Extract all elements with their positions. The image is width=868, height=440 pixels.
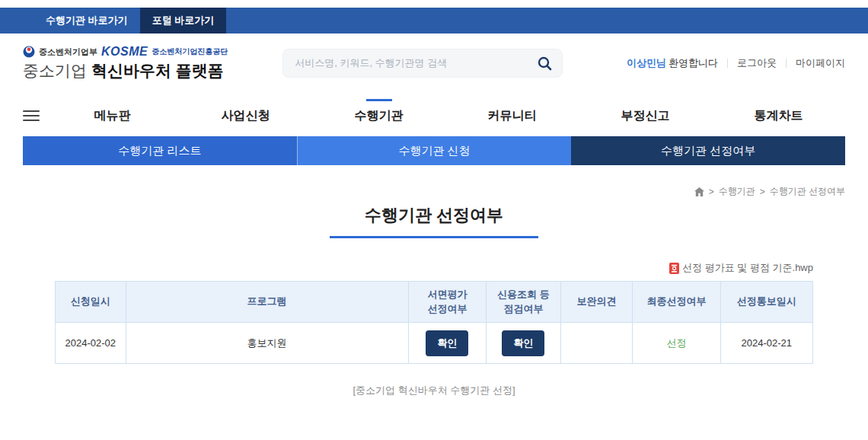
shortcut-portal[interactable]: 포털 바로가기 [140, 8, 227, 33]
nav-item-community[interactable]: 커뮤니티 [445, 108, 579, 124]
divider [727, 59, 728, 68]
cell-notified-at: 2024-02-21 [720, 323, 812, 364]
cell-program: 홍보지원 [126, 323, 408, 364]
search-box [282, 49, 563, 78]
selection-status-table: 신청일시 프로그램 서면평가 선정여부 신용조회 등 점검여부 보완의견 최종선… [55, 281, 813, 364]
col-notified-at: 선정통보일시 [720, 282, 812, 323]
col-program: 프로그램 [126, 282, 408, 323]
attachment-row: 선정 평가표 및 평점 기준.hwp [55, 261, 813, 275]
col-doc-review: 서면평가 선정여부 [408, 282, 486, 323]
page-title: 수행기관 선정여부 [330, 204, 538, 238]
cell-applied-at: 2024-02-02 [56, 323, 126, 364]
breadcrumb-performing-org[interactable]: 수행기관 [719, 185, 755, 198]
search-icon [537, 56, 552, 71]
nav-item-statistics[interactable]: 통계차트 [712, 108, 845, 124]
nav-item-business-apply[interactable]: 사업신청 [179, 108, 312, 124]
sub-nav: 수행기관 리스트 수행기관 신청 수행기관 선정여부 [23, 136, 845, 165]
col-applied-at: 신청일시 [56, 282, 126, 323]
breadcrumb: > 수행기관 > 수행기관 선정여부 [23, 185, 845, 198]
ministry-label: 중소벤처기업부 [39, 48, 97, 56]
table-row: 2024-02-02 홍보지원 확인 확인 선정 2024-02-21 [56, 323, 813, 364]
footer-note: [중소기업 혁신바우처 수행기관 선정] [0, 384, 868, 397]
status-selected-badge: 선정 [666, 337, 686, 349]
logout-link[interactable]: 로그아웃 [737, 56, 777, 70]
search-input[interactable] [293, 56, 537, 69]
title-section: 수행기관 선정여부 [0, 204, 868, 238]
cell-doc-review: 확인 [408, 323, 486, 364]
nav-item-menu-board[interactable]: 메뉴판 [46, 108, 179, 124]
hamburger-menu-icon[interactable] [23, 110, 40, 121]
user-area: 이상민님환영합니다 로그아웃 마이페이지 [627, 56, 845, 70]
kosme-logo-text: KOSME [101, 46, 148, 58]
table-header-row: 신청일시 프로그램 서면평가 선정여부 신용조회 등 점검여부 보완의견 최종선… [56, 282, 813, 323]
col-supplement-opinion: 보완의견 [560, 282, 633, 323]
site-title: 혁신바우처 플랫폼 [91, 62, 224, 79]
cell-credit-check: 확인 [487, 323, 561, 364]
cell-final-selection: 선정 [633, 323, 720, 364]
credit-check-confirm-button[interactable]: 확인 [502, 330, 544, 356]
hwp-file-icon [669, 263, 679, 274]
col-credit-check: 신용조회 등 점검여부 [487, 282, 561, 323]
breadcrumb-current-page: 수행기관 선정여부 [770, 185, 845, 198]
site-title-prefix: 중소기업 [23, 62, 87, 79]
col-final-selection: 최종선정여부 [633, 282, 720, 323]
shortcut-performing-org[interactable]: 수행기관 바로가기 [34, 8, 140, 33]
subnav-org-list[interactable]: 수행기관 리스트 [23, 136, 297, 165]
subnav-org-apply[interactable]: 수행기관 신청 [297, 136, 572, 165]
welcome-message: 이상민님환영합니다 [627, 56, 718, 70]
top-utility-bar: 수행기관 바로가기 포털 바로가기 [0, 8, 868, 33]
nav-item-performing-org[interactable]: 수행기관 [312, 108, 445, 124]
divider [786, 59, 787, 68]
attachment-link[interactable]: 선정 평가표 및 평점 기준.hwp [669, 261, 813, 275]
subnav-org-selection-status[interactable]: 수행기관 선정여부 [571, 136, 845, 165]
attachment-label: 선정 평가표 및 평점 기준.hwp [682, 261, 813, 275]
nav-item-fraud-report[interactable]: 부정신고 [579, 108, 712, 124]
home-icon[interactable] [694, 187, 704, 196]
site-logo[interactable]: 중소벤처기업부 KOSME 중소벤처기업진흥공단 중소기업혁신바우처 플랫폼 [23, 46, 228, 80]
breadcrumb-separator: > [709, 187, 714, 197]
site-header: 중소벤처기업부 KOSME 중소벤처기업진흥공단 중소기업혁신바우처 플랫폼 이… [0, 33, 868, 95]
main-nav: 메뉴판 사업신청 수행기관 커뮤니티 부정신고 통계차트 [0, 95, 868, 136]
government-emblem-icon [23, 46, 35, 58]
kosme-subtitle: 중소벤처기업진흥공단 [152, 48, 228, 56]
doc-review-confirm-button[interactable]: 확인 [426, 330, 468, 356]
mypage-link[interactable]: 마이페이지 [796, 56, 845, 70]
breadcrumb-separator: > [760, 187, 765, 197]
user-name: 이상민님 [627, 57, 666, 69]
search-button[interactable] [537, 56, 552, 71]
greeting-text: 환영합니다 [669, 57, 718, 69]
cell-supplement-opinion [560, 323, 633, 364]
